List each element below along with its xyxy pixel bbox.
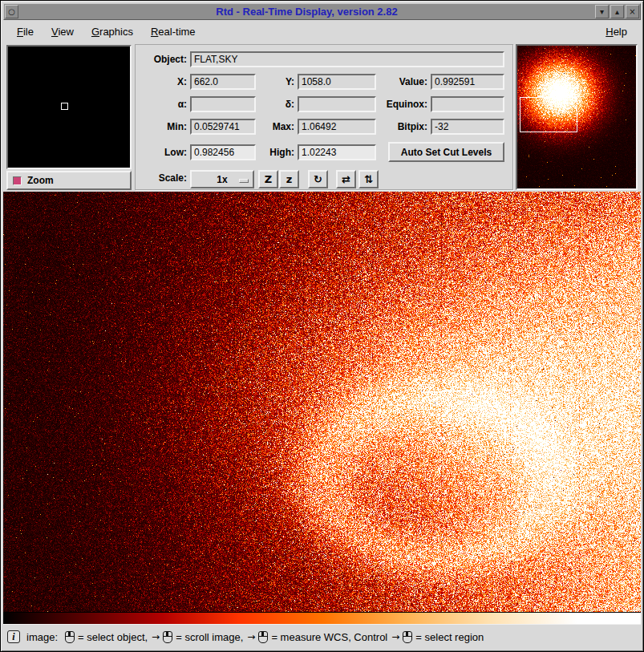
object-label: Object: — [137, 51, 187, 67]
scale-select[interactable]: 1x — [190, 170, 254, 188]
rtd-window: ○ Rtd - Real-Time Display, version 2.82 … — [0, 0, 644, 652]
pan-window[interactable] — [516, 44, 638, 190]
statusbar-prefix: image: — [26, 631, 58, 643]
value-label: Value: — [378, 74, 427, 90]
equinox-field[interactable] — [431, 96, 504, 112]
scale-value: 1x — [217, 174, 227, 185]
menu-view[interactable]: View — [43, 22, 83, 41]
mouse-icon — [258, 631, 268, 643]
menubar: File View Graphics Real-time Help — [3, 20, 641, 43]
y-field[interactable] — [298, 74, 376, 90]
low-label: Low: — [137, 144, 187, 160]
window-iconify-button[interactable]: ▴ — [610, 5, 624, 18]
mouse-icon — [403, 631, 412, 643]
hint-label: = measure WCS, Control — [271, 631, 387, 643]
zoom-display — [6, 45, 132, 169]
zoom-cursor-marker — [61, 103, 68, 110]
ra-label: α: — [137, 96, 187, 112]
object-field[interactable] — [190, 51, 504, 67]
zoom-checkbox-indicator[interactable] — [13, 176, 22, 185]
y-label: Y: — [257, 74, 294, 90]
bitpix-field[interactable] — [431, 119, 504, 135]
menu-real-time[interactable]: Real-time — [142, 22, 205, 41]
max-field[interactable] — [298, 119, 376, 135]
mouse-icon — [163, 631, 172, 643]
wcs-row: α: δ: Equinox: — [136, 96, 512, 112]
min-field[interactable] — [190, 119, 256, 135]
statusbar-hint: → = measure WCS, Control — [247, 631, 387, 643]
high-label: High: — [257, 144, 294, 160]
menu-graphics[interactable]: Graphics — [83, 22, 142, 41]
iconify-icon: ▴ — [615, 7, 619, 16]
max-label: Max: — [257, 119, 294, 135]
dec-field[interactable] — [298, 96, 376, 112]
pan-image-canvas[interactable] — [517, 46, 636, 188]
flip-x-icon[interactable]: ⇄ — [336, 170, 356, 188]
scale-label: Scale: — [137, 170, 187, 186]
statusbar-hint: → = scroll image, — [152, 631, 243, 643]
titlebar[interactable]: ○ Rtd - Real-Time Display, version 2.82 … — [3, 3, 641, 20]
close-icon: × — [629, 7, 635, 16]
equinox-label: Equinox: — [378, 96, 427, 112]
low-field[interactable] — [190, 144, 256, 160]
control-panel: Zoom Object: X: Y: Value: α: δ: Equinox: — [3, 43, 641, 192]
auto-set-cut-levels-button[interactable]: Auto Set Cut Levels — [388, 142, 504, 162]
hint-label: = scroll image, — [176, 631, 243, 643]
zoom-toggle[interactable]: Zoom — [6, 171, 132, 190]
colorbar[interactable] — [3, 612, 641, 624]
statusbar-hint: → = select region — [391, 631, 484, 643]
hint-label: = select region — [415, 631, 484, 643]
x-field[interactable] — [190, 74, 256, 90]
info-icon[interactable]: i — [7, 630, 20, 643]
zoom-label: Zoom — [27, 175, 54, 186]
value-field[interactable] — [431, 74, 504, 90]
main-image-canvas[interactable] — [3, 192, 641, 612]
bitpix-label: Bitpix: — [378, 119, 427, 135]
arrow-icon: → — [152, 631, 160, 642]
window-menu-icon: ○ — [8, 7, 15, 16]
image-info-form: Object: X: Y: Value: α: δ: Equinox: Min — [135, 44, 513, 190]
arrow-icon: → — [247, 631, 255, 642]
x-label: X: — [137, 74, 187, 90]
option-menu-indicator-icon — [239, 179, 249, 183]
window-menu-button[interactable]: ○ — [5, 5, 18, 18]
window-title: Rtd - Real-Time Display, version 2.82 — [20, 6, 593, 18]
cutlevels-row: Low: High: Auto Set Cut Levels — [136, 144, 512, 160]
dec-label: δ: — [257, 96, 294, 112]
window-shade-button[interactable]: ▾ — [595, 5, 609, 18]
zoom-in-button[interactable]: Z — [258, 170, 278, 188]
ra-field[interactable] — [190, 96, 256, 112]
menu-file[interactable]: File — [8, 22, 43, 41]
object-row: Object: — [136, 51, 512, 67]
high-field[interactable] — [298, 144, 376, 160]
image-viewport[interactable] — [3, 192, 641, 612]
xyvalue-row: X: Y: Value: — [136, 74, 512, 90]
mouse-icon — [65, 631, 75, 643]
window-close-button[interactable]: × — [626, 5, 639, 18]
menu-help[interactable]: Help — [597, 22, 636, 41]
zoom-reset-icon[interactable]: ↻ — [308, 170, 328, 188]
shade-icon: ▾ — [600, 7, 604, 16]
scale-row: Scale: 1x Z z ↻ ⇄ ⇅ — [136, 170, 512, 188]
hint-label: = select object, — [78, 631, 148, 643]
min-label: Min: — [137, 119, 187, 135]
info-icon-glyph: i — [12, 631, 14, 643]
flip-y-icon[interactable]: ⇅ — [358, 170, 379, 188]
statusbar-hint: = select object, — [62, 631, 148, 643]
statusbar: i image: = select object, → = scroll ima… — [3, 624, 641, 649]
arrow-icon: → — [391, 631, 399, 642]
zoom-out-button[interactable]: z — [279, 170, 299, 188]
minmax-row: Min: Max: Bitpix: — [136, 119, 512, 135]
